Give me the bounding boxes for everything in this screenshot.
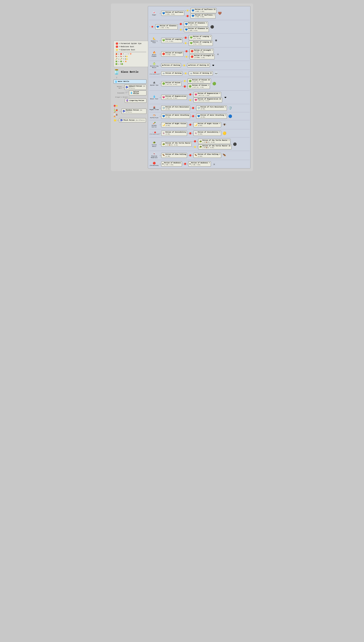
- strength-plus-text: Potion of Strength + (×2+❤️❤️; 8:00): [194, 50, 213, 53]
- water-bottle-box: 💧 Water Bottle: [114, 80, 146, 84]
- glowstone-tu: 🌟: [194, 146, 196, 148]
- weakness-ingr-label: 🔴 (Fermented): [150, 162, 159, 166]
- wb-base-icon: 💙: [162, 115, 165, 118]
- redstone-lp: 🔴: [184, 37, 187, 39]
- inv-plus-icon: 👻: [194, 132, 197, 135]
- leaping-ii-icon: 💚: [190, 42, 192, 45]
- invisibility-note: ↑ 🔴 (Fermented): [150, 132, 159, 135]
- divider-6: [150, 77, 250, 77]
- slowness-iv-box: 💙 Potion of Slowness IV (-60%; 0:20): [184, 27, 209, 32]
- healing-section: 🍈 Glistering Melon → ❤️ Potion of Healin…: [150, 62, 250, 69]
- fire-outcome-1: → 🔴 → 🛡️ Potion of Fire Resistance + (8:…: [190, 106, 227, 111]
- arr-sl2b: →: [182, 29, 184, 31]
- slowness-iv-text: Potion of Slowness IV (-60%; 0:20): [188, 28, 208, 32]
- redstone-wb: 🔴: [192, 115, 194, 117]
- lingering-potion-icon: 🔮: [126, 99, 128, 102]
- arr-st1: →: [184, 50, 185, 52]
- turtle-shell-label: 🐢 Turtle Shell: [150, 141, 159, 147]
- regen-base-text: Potion of Regeneration (+❤️/2.5s; 0:45): [166, 95, 186, 99]
- swiftness-section: 🍬 Sugar → 💙 Potion of Swiftness (+20%; 3…: [150, 8, 250, 19]
- fire-base-box: 🛡️ Potion of Fire Resistance (3:00): [161, 106, 190, 111]
- arr-healing: →: [160, 64, 161, 66]
- turtle-outcome-2: → 🌟 → 🐢 Potion of the Turtle Master II (…: [192, 144, 232, 150]
- regen-plus-icon: 💗: [194, 93, 197, 96]
- regen-section: 💧 Ghast Tear → 💗 Potion of Regeneration …: [150, 92, 250, 103]
- ghast-tear-label: 💧 Ghast Tear: [150, 95, 159, 100]
- sf-plus-box: 🪶 Potion of Slow Falling + (4:00): [194, 153, 221, 158]
- glistering-melon-label: 🍈 Glistering Melon: [150, 62, 159, 68]
- harming-base-icon: 💀: [162, 72, 165, 75]
- swiftness-plus-icon: 💙: [192, 15, 194, 17]
- leaping-outcomes: → 🔴 → 💚 Potion of Leaping + (+½; 8:00): [183, 35, 213, 46]
- swiftness-effect-icon: 🤎: [217, 12, 222, 15]
- legend-box: 🔴 = Fermented Spider Eye 🔴 = Redstone Du…: [114, 41, 148, 67]
- glowstone-po: 🌟: [184, 80, 186, 82]
- turtle-shell-icon: 🐢: [150, 141, 159, 144]
- sf-base-box: 🪶 Potion of Slow Falling (1:30): [161, 153, 187, 158]
- thick-potion-sub: (No Effects): [136, 120, 145, 121]
- arrow-dragons-breath: ↓: [128, 96, 130, 98]
- legend-label-1: Fermented Spider Eye: [121, 43, 142, 45]
- strength-base-icon: 🔴: [162, 53, 165, 55]
- nv-effect-icon: 👁️: [222, 123, 227, 127]
- regen-outcome-2: → 🌟 → 💗 Potion of Regeneration II (+❤️/1…: [188, 98, 222, 103]
- fire-plus-icon: 🛡️: [197, 107, 200, 110]
- fire-base-icon: 🛡️: [162, 107, 165, 110]
- sf-base-icon: 🪶: [162, 154, 165, 157]
- inv-plus-box: 👻 Potion of Invisibility + (8:00): [194, 131, 221, 136]
- nv-outcome-1: → 🔴 → 🌙 Potion of Night Vision + (8:00): [188, 122, 221, 127]
- regen-ii-box: 💗 Potion of Regeneration II (+❤️/1.2s; 0…: [194, 98, 222, 103]
- inv-base-text: Potion of Invisibility (3:00): [166, 131, 186, 135]
- mundane-ingredients: 🔴🌟🍬 🍈🍎🥕 ⬜🌋🔥: [114, 105, 119, 118]
- redstone-nv: 🔴: [189, 124, 192, 126]
- leaping-effect-icon: ❄️: [214, 39, 218, 42]
- golden-carrot-label: 🥕 Golden Carrot: [150, 122, 159, 128]
- water-bottle-section: 💧 Water Bottle: [114, 80, 146, 84]
- wb-outcomes: → 🔴 → 💙 Potion of Water Breathing + (8:0…: [190, 114, 227, 119]
- nv-plus-box: 🌙 Potion of Night Vision + (8:00): [194, 122, 221, 127]
- splash-potion-label: Splash Potion: [133, 91, 146, 95]
- thick-potion-text: Thick Potion (No Effects): [124, 119, 145, 121]
- slowness-outcome-2: → 🌟 → 💙 Potion of Slowness IV (-60%; 0:2…: [178, 27, 209, 32]
- arr-po2: →: [182, 85, 183, 88]
- arr-sl2: →: [178, 29, 180, 31]
- left-column: 🔴 = Fermented Spider Eye 🔴 = Redstone Du…: [114, 6, 146, 123]
- arrow-mundane: →: [120, 110, 121, 112]
- awkward-potion-text: Awkward Potion (No Effects): [129, 85, 146, 89]
- healing-base-text: Potion of Healing: [164, 64, 180, 66]
- weakness-effect-icon: ⚔️: [212, 162, 217, 166]
- awkward-potion-box: 🫐 Awkward Potion (No Effects): [124, 85, 146, 90]
- slowness-note: ↑ 🔴: [150, 26, 153, 28]
- dragons-breath-row: Dragon's Breath ↓: [115, 96, 146, 98]
- arr-tu1b: →: [196, 140, 198, 142]
- pufferfish-icon: 🐡: [150, 114, 159, 117]
- wb-base-box: 💙 Potion of Water Breathing (3:00): [161, 114, 190, 119]
- inv-outcomes: → 🔴 → 👻 Potion of Invisibility + (8:00): [188, 131, 221, 136]
- arr-wk1: →: [182, 163, 184, 165]
- magma-cream-label: 🌋 Magma Cream: [150, 106, 159, 110]
- regen-outcomes: → 🔴 → 💗 Potion of Regeneration + (+❤️/2.…: [188, 92, 222, 103]
- arr-poison: →: [160, 83, 161, 85]
- awkward-potion-icon: 🫐: [126, 86, 128, 89]
- dashed-arrow-gunpowder: →: [126, 92, 128, 94]
- mundane-potion-text: Mundane Potion (No Effects): [126, 109, 146, 113]
- rabbits-foot-label: 🦶 Rabbit's Foot: [150, 37, 159, 43]
- glowstone-rg: 🌟: [189, 99, 192, 101]
- arr-leaping: →: [160, 39, 161, 42]
- down-arrow-1: ↓: [114, 76, 146, 79]
- glowstone-he: 🌟: [183, 64, 186, 67]
- regen-base-icon: 💗: [162, 96, 165, 99]
- fire-outcomes: → 🔴 → 🛡️ Potion of Fire Resistance + (8:…: [190, 106, 227, 111]
- strength-base-box: 🔴 Potion of Strength (×2+❤️❤️; 3:00): [161, 51, 184, 57]
- healing-ii-icon: ❤️: [188, 64, 190, 67]
- nv-outcomes: → 🔴 → 🌙 Potion of Night Vision + (8:00): [188, 122, 221, 127]
- main-container: 🔴 = Fermented Spider Eye 🔴 = Redstone Du…: [111, 4, 253, 171]
- arr-he1b: →: [186, 64, 187, 66]
- leaping-outcome-2: → 🌟 → 💚 Potion of Leaping II (+1¼; 1:30): [183, 41, 213, 46]
- lingering-potion-label: Lingering Potion: [129, 100, 144, 102]
- leaping-plus-box: 💚 Potion of Leaping + (+½; 8:00): [189, 35, 212, 40]
- nether-wart-label: Nether Wart: [114, 86, 122, 89]
- divider-8: [150, 104, 250, 104]
- poison-ii-icon: 🟢: [189, 80, 192, 82]
- leaping-base-text: Potion of Leaping (+½; 3:00): [166, 39, 182, 42]
